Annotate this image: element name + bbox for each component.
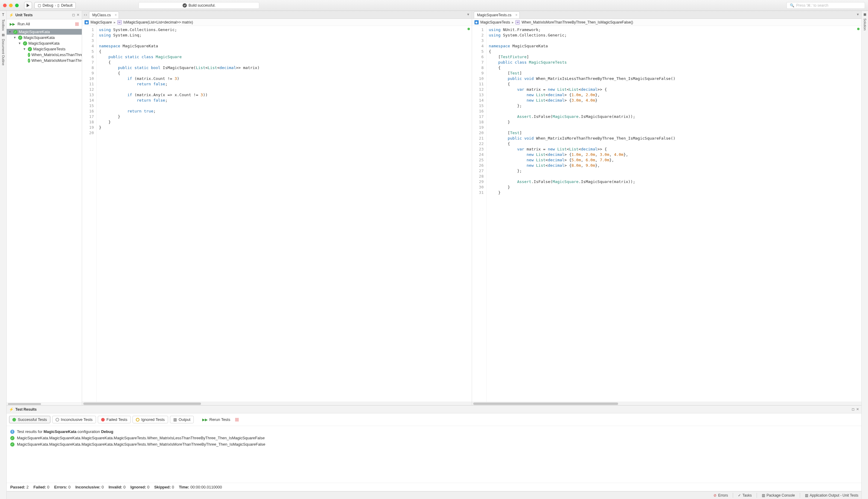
tab-menu-icon[interactable]: ▾ xyxy=(465,11,472,19)
output-filter[interactable]: ▥Output xyxy=(170,416,194,423)
pass-icon: ✓ xyxy=(28,53,30,57)
results-body: i Test results for MagicSquareKata confi… xyxy=(7,426,861,483)
maximize-window-icon[interactable] xyxy=(15,4,19,7)
tree-node[interactable]: ▼ ✓ MagicSquareKata xyxy=(7,40,82,46)
play-icon: ▶▶ xyxy=(202,417,207,422)
status-dot-icon xyxy=(857,28,859,30)
rerun-tests-button[interactable]: Rerun Tests xyxy=(210,417,230,422)
tree-root[interactable]: ▼ ✓ MagicSquareKata xyxy=(7,29,82,35)
unit-tests-panel: ⚡ Unit Tests ◻ ✕ ▶▶ Run All ▼ ✓ Ma xyxy=(7,11,82,405)
statusbar: ⊘Errors ✓Tasks ▥Package Console ▥Applica… xyxy=(7,491,861,499)
stop-button[interactable] xyxy=(235,418,239,422)
nav-back-icon[interactable]: ‹ xyxy=(84,12,85,17)
document-outline-icon[interactable]: ▤ xyxy=(2,33,4,36)
tree-label: MagicSquareKata xyxy=(24,35,55,40)
minimize-window-icon[interactable] xyxy=(9,4,13,7)
horizontal-scrollbar[interactable] xyxy=(472,402,862,405)
file-tab-label: MagicSquareTests.cs xyxy=(477,13,512,17)
file-tab-label: MyClass.cs xyxy=(92,13,111,17)
pass-icon: ✓ xyxy=(10,436,14,440)
config-target: Default xyxy=(61,3,72,8)
tree-label: When_MatrixIsLessThanThreeByThree_Then_I… xyxy=(32,52,82,57)
chevron-down-icon[interactable]: ▼ xyxy=(23,47,26,51)
nav-forward-icon[interactable]: › xyxy=(86,12,87,17)
chevron-right-icon: › xyxy=(55,3,56,8)
method-icon: M xyxy=(117,20,122,24)
tree-label: MagicSquareKata xyxy=(28,41,59,46)
results-stats: Passed: 2 Failed: 0 Errors: 0 Inconclusi… xyxy=(7,483,861,491)
configuration-selector[interactable]: ▢ Debug › ▯ Default xyxy=(34,2,76,9)
toolbox-icon[interactable]: T xyxy=(2,13,4,17)
chevron-down-icon[interactable]: ▼ xyxy=(13,36,17,39)
device-icon: ▯ xyxy=(57,3,59,8)
line-gutter: 1234567891011121314151617181920212223242… xyxy=(472,26,487,402)
solution-icon[interactable]: ▦ xyxy=(864,13,866,16)
unit-tests-header: ⚡ Unit Tests ◻ ✕ xyxy=(7,11,82,19)
pass-icon: ✓ xyxy=(28,59,30,63)
application-output-pad[interactable]: ▥Application Output - Unit Tests xyxy=(805,493,858,498)
failed-tests-filter[interactable]: Failed Tests xyxy=(98,416,131,423)
config-label: Debug xyxy=(43,3,53,8)
code-editor[interactable]: 1234567891011121314151617181920212223242… xyxy=(472,26,862,402)
result-row[interactable]: ✓ MagicSquareKata.MagicSquareKata.MagicS… xyxy=(10,435,858,441)
stop-button[interactable] xyxy=(75,22,79,26)
result-row[interactable]: ✓ MagicSquareKata.MagicSquareKata.MagicS… xyxy=(10,441,858,448)
method-icon: M xyxy=(515,20,520,24)
horizontal-scrollbar[interactable] xyxy=(82,402,472,405)
ignored-tests-filter[interactable]: Ignored Tests xyxy=(132,416,168,423)
undock-icon[interactable]: ◻ xyxy=(72,13,75,17)
chevron-down-icon[interactable]: ▼ xyxy=(18,41,22,45)
terminal-icon: ▥ xyxy=(762,493,765,498)
tree-node[interactable]: ▼ ✓ MagicSquareTests xyxy=(7,46,82,52)
test-results-panel: ⚡ Test Results ◻ ✕ Successful Tests Inco… xyxy=(7,405,861,491)
build-status: Build successful. xyxy=(139,2,259,9)
close-icon[interactable]: ✕ xyxy=(856,407,859,411)
chevron-right-icon: ▸ xyxy=(114,20,116,24)
pass-icon: ✓ xyxy=(18,36,22,40)
file-tab[interactable]: MyClass.cs × xyxy=(89,11,119,19)
csharp-icon: ◆ xyxy=(474,20,479,24)
code-content[interactable]: using System.Collections.Generic; using … xyxy=(97,26,472,402)
lightning-icon: ⚡ xyxy=(9,407,14,412)
undock-icon[interactable]: ◻ xyxy=(852,407,854,411)
editor-tabbar: ‹› MyClass.cs × ▾ xyxy=(82,11,472,19)
document-outline-tab[interactable]: Document Outline xyxy=(1,39,5,65)
chevron-right-icon: ▸ xyxy=(512,20,514,24)
pass-icon: ✓ xyxy=(23,41,27,46)
errors-pad[interactable]: ⊘Errors xyxy=(713,493,728,498)
close-icon[interactable]: ✕ xyxy=(77,13,79,17)
results-filters: Successful Tests Inconclusive Tests Fail… xyxy=(7,413,861,426)
results-title: Test Results xyxy=(15,407,36,412)
run-button[interactable] xyxy=(24,2,32,9)
tree-root-label: MagicSquareKata xyxy=(19,29,50,34)
tab-menu-icon[interactable]: ▾ xyxy=(854,11,861,19)
editor-left: ‹› MyClass.cs × ▾ ◆ MagicSquare ▸ M IsMa… xyxy=(82,11,472,405)
file-tab[interactable]: MagicSquareTests.cs × xyxy=(474,11,520,19)
close-window-icon[interactable] xyxy=(3,4,7,7)
solution-tab[interactable]: Solution xyxy=(863,19,867,31)
play-icon: ▶▶ xyxy=(10,22,15,26)
code-content[interactable]: using NUnit.Framework; using System.Coll… xyxy=(487,26,862,402)
close-icon[interactable]: × xyxy=(515,13,518,17)
tests-toolbar: ▶▶ Run All xyxy=(7,19,82,29)
editor-right: MagicSquareTests.cs × ▾ ◆ MagicSquareTes… xyxy=(472,11,862,405)
code-editor[interactable]: 1234567891011121314151617181920 using Sy… xyxy=(82,26,472,402)
panel-scrollbar[interactable] xyxy=(7,402,82,405)
breadcrumb[interactable]: ◆ MagicSquare ▸ M IsMagicSquare(List<Lis… xyxy=(82,19,472,26)
package-console-pad[interactable]: ▥Package Console xyxy=(762,493,795,498)
successful-tests-filter[interactable]: Successful Tests xyxy=(9,416,50,423)
svg-marker-0 xyxy=(26,4,29,7)
check-icon: ✓ xyxy=(738,493,741,498)
tasks-pad[interactable]: ✓Tasks xyxy=(738,493,752,498)
run-all-button[interactable]: Run All xyxy=(17,22,30,26)
breadcrumb[interactable]: ◆ MagicSquareTests ▸ M When_MatrixIsMore… xyxy=(472,19,862,26)
tree-node[interactable]: ▼ ✓ MagicSquareKata xyxy=(7,35,82,40)
close-icon[interactable]: × xyxy=(115,13,117,17)
toolbox-tab[interactable]: Toolbox xyxy=(1,19,5,31)
chevron-down-icon[interactable]: ▼ xyxy=(9,30,12,34)
result-name: MagicSquareKata.MagicSquareKata.MagicSqu… xyxy=(17,436,265,440)
tree-leaf[interactable]: ✓ When_MatrixIsMoreThanThreeByThree_Then… xyxy=(7,58,82,63)
inconclusive-tests-filter[interactable]: Inconclusive Tests xyxy=(52,416,96,423)
tree-leaf[interactable]: ✓ When_MatrixIsLessThanThreeByThree_Then… xyxy=(7,52,82,58)
global-search[interactable]: 🔍 Press '⌘.' to search xyxy=(786,2,865,9)
